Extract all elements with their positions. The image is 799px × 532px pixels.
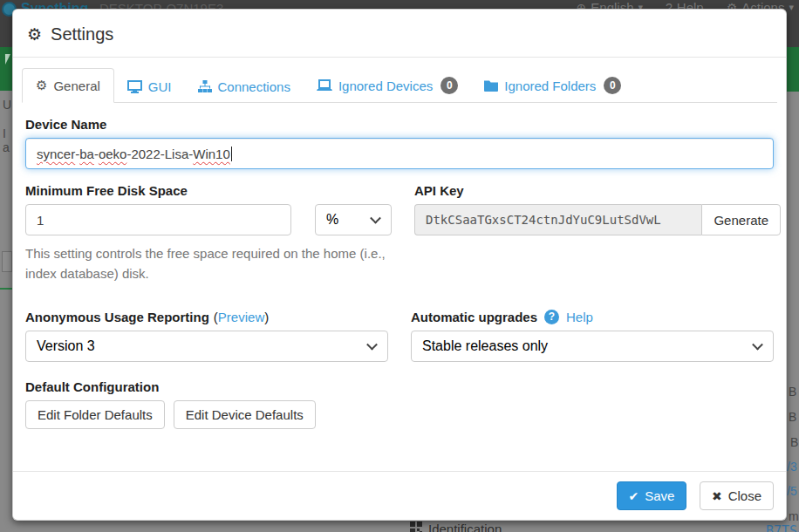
min-free-disk-label: Minimum Free Disk Space bbox=[25, 183, 392, 198]
qr-code-icon bbox=[410, 522, 422, 532]
usage-reporting-select[interactable]: Version 3 bbox=[25, 331, 388, 362]
min-free-help-text: This setting controls the free space req… bbox=[25, 243, 392, 284]
edit-folder-defaults-button[interactable]: Edit Folder Defaults bbox=[25, 400, 165, 429]
laptop-icon bbox=[317, 79, 332, 92]
dialog-header: ⚙ Settings bbox=[13, 10, 786, 58]
background-text-fragment: U bbox=[3, 98, 11, 112]
tab-connections[interactable]: Connections bbox=[185, 71, 304, 103]
usage-reporting-label: Anonymous Usage Reporting (Preview) bbox=[25, 310, 388, 324]
sitemap-icon bbox=[198, 80, 212, 93]
folder-icon bbox=[484, 79, 498, 92]
preview-link[interactable]: Preview bbox=[218, 310, 264, 324]
device-name-input[interactable]: syncer-ba-oeko-2022-Lisa-Win10 bbox=[25, 138, 774, 169]
dialog-footer: ✔ Save ✖ Close bbox=[13, 471, 786, 520]
background-folder-header bbox=[0, 47, 12, 91]
close-button[interactable]: ✖ Close bbox=[700, 481, 774, 510]
ignored-folders-count-badge: 0 bbox=[604, 77, 621, 94]
question-circle-icon: ? bbox=[544, 310, 559, 324]
gear-icon: ⚙ bbox=[27, 26, 42, 43]
background-text-fragment: /5 bbox=[787, 484, 797, 498]
edit-device-defaults-button[interactable]: Edit Device Defaults bbox=[174, 400, 316, 429]
background-input-fragment bbox=[2, 251, 12, 272]
min-free-unit-select[interactable]: % bbox=[315, 204, 392, 235]
min-free-disk-input[interactable]: 1 bbox=[25, 204, 291, 235]
generate-api-key-button[interactable]: Generate bbox=[701, 204, 781, 235]
automatic-upgrades-select[interactable]: Stable releases only bbox=[411, 331, 774, 362]
tab-general[interactable]: ⚙ General bbox=[22, 68, 114, 103]
save-button[interactable]: ✔ Save bbox=[617, 481, 687, 510]
dialog-title: Settings bbox=[51, 24, 113, 44]
settings-tab-bar: ⚙ General GUI Connections Ignored Devic bbox=[22, 68, 777, 103]
api-key-label: API Key bbox=[414, 183, 781, 198]
tab-gui[interactable]: GUI bbox=[114, 71, 185, 103]
background-text-fragment: B bbox=[789, 385, 796, 399]
device-name-value: syncer-ba-oeko-2022-Lisa-Win10 bbox=[37, 147, 230, 161]
background-text-fragment: a bbox=[3, 140, 10, 154]
monitor-icon bbox=[127, 80, 142, 93]
background-text-fragment: /3 bbox=[787, 460, 797, 474]
background-divider-fragment bbox=[0, 288, 12, 290]
gear-icon: ⚙ bbox=[36, 78, 47, 93]
background-text-fragment: B bbox=[790, 435, 798, 449]
settings-dialog: ⚙ Settings ⚙ General GUI Connections bbox=[12, 9, 787, 521]
tab-ignored-folders[interactable]: Ignored Folders 0 bbox=[471, 68, 634, 103]
background-text-fragment: I bbox=[3, 126, 6, 140]
close-icon: ✖ bbox=[712, 490, 722, 502]
caret-down-icon: ▾ bbox=[789, 2, 794, 13]
automatic-upgrades-label: Automatic upgrades ? Help bbox=[411, 310, 774, 324]
ignored-devices-count-badge: 0 bbox=[440, 77, 458, 94]
default-configuration-label: Default Configuration bbox=[25, 379, 774, 394]
upgrades-help-link[interactable]: Help bbox=[566, 310, 593, 324]
background-identification-row: Identification bbox=[410, 522, 502, 532]
background-text-fragment: m bbox=[789, 509, 799, 523]
background-folder-header bbox=[787, 47, 799, 92]
device-name-label: Device Name bbox=[25, 117, 774, 132]
background-text-fragment: B bbox=[789, 410, 796, 424]
tab-ignored-devices[interactable]: Ignored Devices 0 bbox=[304, 68, 471, 103]
bolt-icon bbox=[2, 54, 10, 65]
api-key-value: DtkCSaaTGxsCT24ctnJdYuC9LutSdVwL bbox=[414, 204, 701, 235]
check-icon: ✔ bbox=[629, 490, 639, 502]
text-cursor bbox=[231, 147, 232, 161]
background-device-id: B7TSAA bbox=[766, 523, 799, 532]
